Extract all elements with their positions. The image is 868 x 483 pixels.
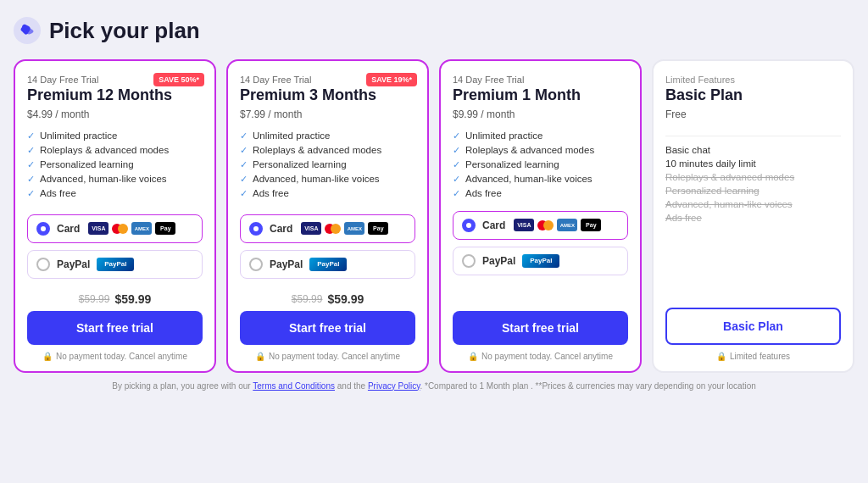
- plan-card-premium-3: 14 Day Free Trial SAVE 19%* Premium 3 Mo…: [226, 59, 429, 373]
- feature-item: ✓Unlimited practice: [27, 129, 203, 143]
- feature-item: ✓Unlimited practice: [240, 129, 415, 143]
- feature-item: ✓Advanced, human-like voices: [27, 172, 203, 186]
- plan-price-1: $4.99 / month: [27, 108, 203, 120]
- check-icon: ✓: [240, 159, 248, 170]
- plan-price-3: $9.99 / month: [453, 108, 628, 120]
- check-icon: ✓: [453, 159, 460, 170]
- terms-link[interactable]: Terms and Conditions: [253, 381, 335, 391]
- features-list-1: ✓Unlimited practice ✓Roleplays & advance…: [27, 129, 203, 204]
- footer-note-1: 🔒No payment today. Cancel anytime: [27, 352, 203, 361]
- paypal-label-1: PayPal: [57, 258, 90, 270]
- check-icon: ✓: [27, 130, 35, 142]
- badge-2: SAVE 19%*: [366, 73, 417, 86]
- app-logo-icon: [14, 17, 41, 44]
- pricing-row-3: [453, 289, 628, 306]
- feature-item: ✓Ads free: [240, 186, 415, 201]
- trial-label-4: Limited Features: [665, 75, 841, 85]
- plan-card-basic: Limited Features Basic Plan Free Basic c…: [652, 59, 854, 373]
- basic-feature-item: Roleplays & advanced modes: [665, 170, 841, 184]
- plan-price-4: Free: [665, 108, 841, 120]
- feature-item: ✓Roleplays & advanced modes: [27, 143, 203, 158]
- feature-item: ✓Advanced, human-like voices: [240, 172, 415, 186]
- visa-icon: VISA: [88, 222, 108, 235]
- check-icon: ✓: [453, 174, 460, 185]
- mastercard-icon: [112, 224, 128, 234]
- radio-selected-1: [36, 222, 50, 236]
- check-icon: ✓: [453, 145, 460, 156]
- paypal-payment-option-1[interactable]: PayPal PayPal: [27, 250, 203, 279]
- radio-selected-3: [462, 219, 476, 232]
- card-payment-option-3[interactable]: Card VISA AMEX Pay: [453, 211, 628, 240]
- divider: [665, 136, 841, 136]
- radio-selected-2: [249, 222, 263, 236]
- plan-name-3: Premium 1 Month: [453, 86, 628, 105]
- plan-name-4: Basic Plan: [665, 86, 841, 105]
- plan-name-2: Premium 3 Months: [240, 86, 415, 105]
- feature-item: ✓Personalized learning: [27, 158, 203, 172]
- paypal-label-2: PayPal: [270, 258, 303, 270]
- cta-button-4[interactable]: Basic Plan: [665, 308, 841, 345]
- applepay-icon: Pay: [155, 222, 175, 235]
- feature-item: ✓Personalized learning: [453, 158, 628, 172]
- card-payment-option-1[interactable]: Card VISA AMEX Pay: [27, 214, 203, 243]
- footer-note-2: 🔒No payment today. Cancel anytime: [240, 352, 415, 361]
- paypal-icon: PayPal: [97, 258, 134, 271]
- feature-item: ✓Unlimited practice: [453, 129, 628, 143]
- card-label-1: Card: [57, 223, 80, 235]
- cta-button-2[interactable]: Start free trial: [240, 311, 415, 345]
- pricing-row-2: $59.99 $59.99: [240, 292, 415, 306]
- check-icon: ✓: [27, 174, 35, 185]
- page-title: Pick your plan: [49, 18, 200, 44]
- features-list-3: ✓Unlimited practice ✓Roleplays & advance…: [453, 129, 628, 201]
- feature-item: ✓Roleplays & advanced modes: [240, 143, 415, 158]
- card-payment-option-2[interactable]: Card VISA AMEX Pay: [240, 214, 415, 243]
- card-label-3: Card: [482, 219, 505, 231]
- check-icon: ✓: [240, 188, 248, 199]
- feature-item: ✓Advanced, human-like voices: [453, 172, 628, 186]
- feature-item: ✓Roleplays & advanced modes: [453, 143, 628, 158]
- features-list-2: ✓Unlimited practice ✓Roleplays & advance…: [240, 129, 415, 204]
- basic-features-list: Basic chat 10 minutes daily limit Rolepl…: [665, 143, 841, 225]
- page-header: Pick your plan: [14, 17, 854, 44]
- paypal-icon: PayPal: [522, 254, 559, 268]
- card-icons-3: VISA AMEX Pay: [514, 219, 601, 231]
- feature-item: ✓Ads free: [27, 186, 203, 201]
- plan-name-1: Premium 12 Months: [27, 86, 203, 105]
- paypal-label-3: PayPal: [482, 255, 515, 267]
- check-icon: ✓: [240, 130, 248, 142]
- footer-text: By picking a plan, you agree with our Te…: [14, 381, 854, 391]
- feature-item: ✓Personalized learning: [240, 158, 415, 172]
- mastercard-icon: [537, 220, 554, 230]
- check-icon: ✓: [240, 174, 248, 185]
- visa-icon: VISA: [301, 222, 321, 235]
- plans-grid: 14 Day Free Trial SAVE 50%* Premium 12 M…: [14, 59, 854, 373]
- cta-button-3[interactable]: Start free trial: [453, 311, 628, 345]
- trial-label-3: 14 Day Free Trial: [453, 75, 628, 85]
- check-icon: ✓: [453, 130, 460, 142]
- paypal-payment-option-3[interactable]: PayPal PayPal: [453, 247, 628, 275]
- price-new-2: $59.99: [327, 292, 364, 306]
- price-new-1: $59.99: [114, 292, 151, 306]
- plan-price-2: $7.99 / month: [240, 108, 415, 120]
- privacy-link[interactable]: Privacy Policy: [368, 381, 420, 391]
- applepay-icon: Pay: [581, 219, 601, 231]
- cta-button-1[interactable]: Start free trial: [27, 311, 203, 345]
- basic-feature-item: Advanced, human-like voices: [665, 197, 841, 211]
- pricing-row-1: $59.99 $59.99: [27, 292, 203, 306]
- radio-empty-3: [462, 254, 476, 268]
- basic-feature-item: 10 minutes daily limit: [665, 157, 841, 170]
- price-old-2: $59.99: [292, 293, 323, 305]
- visa-icon: VISA: [514, 219, 534, 231]
- radio-empty-1: [36, 258, 50, 271]
- card-icons-2: VISA AMEX Pay: [301, 222, 388, 235]
- badge-1: SAVE 50%*: [153, 73, 204, 86]
- basic-feature-item: Personalized learning: [665, 184, 841, 197]
- paypal-payment-option-2[interactable]: PayPal PayPal: [240, 250, 415, 279]
- feature-item: ✓Ads free: [453, 186, 628, 201]
- check-icon: ✓: [240, 145, 248, 156]
- check-icon: ✓: [453, 188, 460, 199]
- basic-feature-item: Basic chat: [665, 143, 841, 157]
- footer-note-3: 🔒No payment today. Cancel anytime: [453, 352, 628, 361]
- amex-icon: AMEX: [344, 222, 364, 235]
- basic-feature-item: Ads free: [665, 211, 841, 225]
